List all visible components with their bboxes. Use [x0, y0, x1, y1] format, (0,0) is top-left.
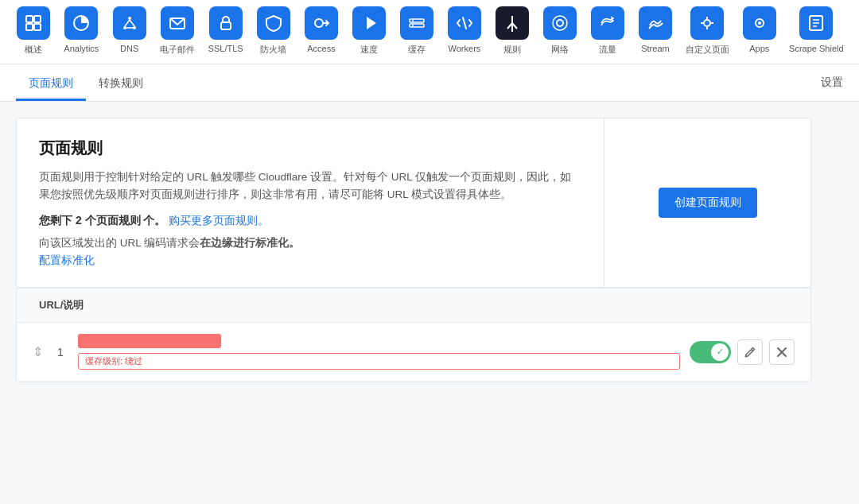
nav-label-speed: 速度	[360, 44, 378, 56]
buy-more-link[interactable]: 购买更多页面规则。	[169, 214, 269, 227]
svg-point-5	[128, 17, 131, 20]
nav-label-analytics: Analytics	[64, 44, 99, 53]
nav-item-speed[interactable]: 速度	[345, 0, 393, 64]
nav-label-apps: Apps	[749, 44, 769, 53]
create-page-rule-button[interactable]: 创建页面规则	[659, 188, 757, 218]
nav-label-traffic: 流量	[599, 44, 616, 56]
workers-icon	[448, 6, 481, 40]
nav-item-scrape-shield[interactable]: Scrape Shield	[783, 0, 849, 61]
nav-label-custom-pages: 自定义页面	[686, 44, 729, 56]
remaining-text: 您剩下 2 个页面规则 个。	[39, 214, 165, 227]
apps-icon	[743, 6, 776, 40]
row-actions: ✓	[690, 339, 795, 365]
settings-link[interactable]: 设置	[821, 64, 843, 101]
svg-rect-12	[221, 22, 231, 29]
nav-label-overview: 概述	[25, 44, 42, 56]
toggle-knob: ✓	[711, 343, 729, 361]
custom-pages-icon	[690, 6, 724, 40]
svg-point-31	[758, 21, 761, 25]
ssltls-icon	[209, 6, 243, 40]
nav-item-rules[interactable]: 规则	[488, 0, 536, 64]
dns-icon	[113, 6, 146, 40]
nav-item-firewall[interactable]: 防火墙	[250, 0, 297, 64]
edit-rule-button[interactable]	[737, 339, 763, 365]
nav-item-cache[interactable]: 缓存	[393, 0, 441, 64]
toggle-check-icon: ✓	[717, 347, 724, 357]
stream-icon	[639, 6, 672, 40]
nav-label-network: 网络	[551, 44, 569, 56]
nav-label-scrape-shield: Scrape Shield	[789, 44, 844, 53]
nav-label-cache: 缓存	[408, 44, 426, 56]
nav-item-apps[interactable]: Apps	[736, 0, 783, 61]
info-left: 页面规则 页面规则用于控制针对给定的 URL 触发哪些 Cloudflare 设…	[17, 118, 604, 287]
svg-rect-1	[34, 16, 41, 22]
nav-label-workers: Workers	[449, 44, 481, 53]
speed-icon	[352, 6, 386, 40]
nav-label-stream: Stream	[641, 44, 669, 53]
nav-label-ssltls: SSL/TLS	[208, 44, 243, 53]
access-icon	[305, 6, 338, 40]
top-navigation: 概述 Analytics DNS 电子邮件 SS	[0, 0, 859, 64]
nav-label-email: 电子邮件	[160, 44, 195, 56]
svg-rect-15	[410, 19, 424, 22]
nav-item-access[interactable]: Access	[297, 0, 345, 61]
svg-marker-14	[367, 17, 376, 29]
tab-group: 页面规则 转换规则	[16, 65, 156, 100]
nav-item-stream[interactable]: Stream	[632, 0, 679, 61]
table-row: ⇕ 1 缓存级别: 绕过 ✓	[17, 323, 810, 382]
nav-label-firewall: 防火墙	[260, 44, 286, 56]
nav-item-dns[interactable]: DNS	[106, 0, 154, 61]
cache-icon	[400, 6, 433, 40]
page-rules-title: 页面规则	[39, 138, 581, 159]
main-content: 页面规则 页面规则用于控制针对给定的 URL 触发哪些 Cloudflare 设…	[0, 102, 827, 398]
row-content: 缓存级别: 绕过	[78, 334, 680, 370]
nav-item-workers[interactable]: Workers	[441, 0, 488, 61]
scrape-shield-icon	[799, 6, 833, 40]
svg-point-13	[315, 19, 323, 27]
network-icon	[543, 6, 577, 40]
analytics-icon	[64, 6, 98, 40]
rule-toggle[interactable]: ✓	[690, 341, 731, 363]
svg-line-36	[752, 349, 753, 351]
nav-item-overview[interactable]: 概述	[10, 0, 57, 64]
svg-line-8	[125, 20, 130, 26]
nav-item-ssltls[interactable]: SSL/TLS	[201, 0, 250, 61]
svg-rect-3	[34, 24, 41, 30]
delete-rule-button[interactable]	[769, 339, 795, 365]
nav-label-access: Access	[307, 44, 335, 53]
svg-line-9	[130, 20, 134, 26]
tab-bar: 页面规则 转换规则 设置	[0, 64, 859, 102]
tab-transform-rules[interactable]: 转换规则	[86, 65, 156, 101]
edge-normalize-info: 向该区域发出的 URL 编码请求会在边缘进行标准化。	[39, 236, 581, 250]
svg-line-19	[463, 17, 466, 29]
info-card: 页面规则 页面规则用于控制针对给定的 URL 触发哪些 Cloudflare 设…	[16, 118, 811, 288]
row-number: 1	[52, 346, 68, 359]
svg-rect-0	[26, 16, 33, 22]
nav-label-dns: DNS	[120, 44, 138, 53]
drag-handle-icon[interactable]: ⇕	[33, 344, 43, 359]
nav-label-rules: 规则	[503, 44, 521, 56]
page-rules-description: 页面规则用于控制针对给定的 URL 触发哪些 Cloudflare 设置。针对每…	[39, 169, 581, 203]
tab-page-rules[interactable]: 页面规则	[16, 65, 86, 101]
svg-point-18	[412, 25, 414, 26]
table-header: URL/说明	[17, 288, 810, 323]
svg-point-25	[704, 20, 710, 26]
svg-rect-16	[410, 24, 424, 27]
nav-item-traffic[interactable]: 流量	[584, 0, 632, 64]
traffic-icon	[591, 6, 624, 40]
svg-point-24	[553, 16, 567, 30]
nav-item-email[interactable]: 电子邮件	[154, 0, 202, 64]
overview-icon	[17, 6, 50, 40]
nav-item-custom-pages[interactable]: 自定义页面	[679, 0, 736, 64]
firewall-icon	[257, 6, 290, 40]
nav-item-network[interactable]: 网络	[536, 0, 584, 64]
configure-normalize-link[interactable]: 配置标准化	[39, 254, 95, 266]
nav-item-analytics[interactable]: Analytics	[57, 0, 106, 61]
rules-table: URL/说明 ⇕ 1 缓存级别: 绕过 ✓	[16, 288, 811, 382]
info-right: 创建页面规则	[604, 118, 810, 287]
row-url-bar	[78, 334, 221, 348]
email-icon	[161, 6, 194, 40]
row-cache-badge: 缓存级别: 绕过	[78, 353, 680, 370]
rules-icon	[496, 6, 529, 40]
svg-rect-2	[26, 24, 33, 30]
